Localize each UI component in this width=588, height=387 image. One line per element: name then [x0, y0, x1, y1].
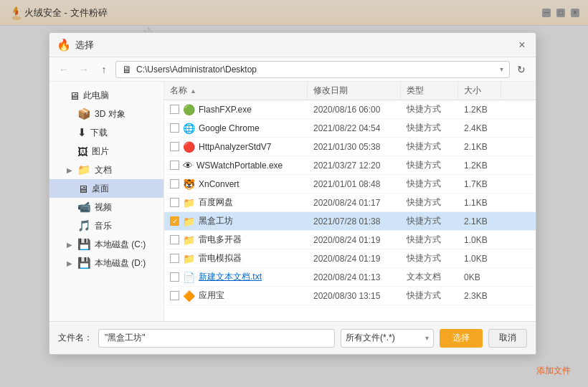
tree-label-dl: 下载: [90, 127, 108, 139]
txt-icon: 📄: [183, 272, 195, 283]
wswatch-icon: 👁: [183, 160, 193, 171]
file-check-wswatch[interactable]: [170, 161, 179, 170]
tree-label-computer: 此电脑: [83, 90, 109, 102]
tree-label-c: 本地磁盘 (C:): [95, 239, 146, 251]
tree-item-computer[interactable]: 🖥 此电脑: [49, 86, 163, 105]
tree-label-mus: 音乐: [95, 220, 112, 232]
file-check-flashfxp[interactable]: [170, 105, 179, 114]
address-bar[interactable]: 🖥 C:\Users\Administrator\Desktop ▾: [115, 61, 510, 78]
file-row[interactable]: 📁雷电多开器 2020/08/24 01:19 快捷方式 1.0KB: [164, 231, 536, 249]
tree-label-pic: 图片: [92, 145, 109, 158]
dialog-bottom-bar: 文件名： 所有文件(*.*) ▾ 选择 取消: [49, 321, 536, 354]
filetype-dropdown-icon: ▾: [425, 334, 429, 342]
file-select-dialog: 🔥 选择 × ← → ↑ 🖥 C:\Users\Administrator\De…: [49, 32, 536, 355]
xnconvert-icon: 🐯: [183, 178, 195, 190]
tree-item-music[interactable]: 🎵 音乐: [49, 216, 163, 235]
tree-icon-pic: 🖼: [77, 145, 88, 158]
flashfxp-icon: 🟢: [183, 104, 195, 115]
tree-icon-c: 💾: [77, 238, 91, 251]
filetype-text: 所有文件(*.*): [346, 332, 395, 344]
tree-item-videos[interactable]: 📹 视频: [49, 198, 163, 216]
sort-asc-icon: ▲: [190, 87, 196, 95]
file-row[interactable]: 🟢FlashFXP.exe 2020/08/16 06:00 快捷方式 1.2K…: [164, 100, 536, 119]
dialog-title: 选择: [75, 39, 94, 52]
tree-icon-desk: 🖥: [77, 183, 88, 195]
select-button[interactable]: 选择: [440, 329, 483, 348]
yingyongbao-icon: 🔶: [183, 290, 195, 302]
heihegongfang-icon: 📁: [183, 216, 195, 227]
file-check-chrome[interactable]: [170, 123, 179, 133]
file-row[interactable]: 🔶应用宝 2020/08/30 13:15 快捷方式 2.3KB: [164, 287, 536, 305]
file-check-heihegongfang[interactable]: ✓: [170, 216, 179, 226]
address-dropdown-icon[interactable]: ▾: [500, 65, 503, 73]
dialog-toolbar: ← → ↑ 🖥 C:\Users\Administrator\Desktop ▾…: [49, 57, 536, 82]
tree-label-vid: 视频: [95, 201, 112, 214]
file-check-yingyongbao[interactable]: [170, 291, 179, 300]
file-check-baidu[interactable]: [170, 198, 179, 207]
forward-button[interactable]: →: [75, 61, 93, 78]
file-row-selected[interactable]: ✓📁黑盒工坊 2021/07/28 01:38 快捷方式 2.1KB: [164, 212, 536, 231]
tree-panel: 🖥 此电脑 📦 3D 对象 ⬇ 下载 🖼 图片 ▶ 📁 文档: [49, 82, 164, 321]
file-row[interactable]: 👁WSWatchPortable.exe 2021/03/27 12:20 快捷…: [164, 156, 536, 175]
add-file-link[interactable]: 添加文件: [536, 365, 571, 377]
chrome-icon: 🌐: [183, 123, 195, 134]
dialog-close-button[interactable]: ×: [516, 39, 528, 52]
dialog-titlebar: 🔥 选择 ×: [49, 33, 536, 57]
refresh-button[interactable]: ↻: [513, 61, 530, 78]
tree-label-3d: 3D 对象: [95, 108, 125, 120]
tree-icon-d: 💾: [77, 257, 91, 269]
tree-icon-docs: 📁: [77, 163, 91, 176]
file-row[interactable]: 🌐Google Chrome 2021/08/22 04:54 快捷方式 2.4…: [164, 119, 536, 138]
httpanalyzer-icon: 🔴: [183, 141, 195, 153]
filetype-select[interactable]: 所有文件(*.*) ▾: [341, 329, 434, 348]
tree-expand-c: ▶: [67, 241, 74, 249]
col-header-name[interactable]: 名称 ▲: [164, 82, 308, 100]
cancel-button[interactable]: 取消: [488, 329, 527, 348]
tree-icon-vid: 📹: [77, 201, 91, 214]
filename-input[interactable]: [98, 329, 335, 348]
tree-expand-docs: ▶: [67, 166, 74, 174]
tree-label-docs: 文档: [95, 164, 112, 176]
leidian1-icon: 📁: [183, 234, 195, 246]
tree-item-desktop[interactable]: 🖥 桌面: [49, 179, 163, 198]
col-header-date[interactable]: 修改日期: [308, 82, 401, 100]
tree-icon-3d: 📦: [77, 108, 91, 120]
back-button[interactable]: ←: [55, 61, 72, 78]
col-header-type[interactable]: 类型: [401, 82, 458, 100]
file-row[interactable]: 🔴HttpAnalyzerStdV7 2021/01/30 05:38 快捷方式…: [164, 138, 536, 156]
tree-item-drive-d[interactable]: ▶ 💾 本地磁盘 (D:): [49, 254, 163, 272]
filename-label: 文件名：: [58, 332, 93, 344]
tree-icon-dl: ⬇: [77, 126, 87, 139]
dialog-flame-icon: 🔥: [57, 38, 71, 52]
file-check-xnconvert[interactable]: [170, 179, 179, 188]
tree-item-docs[interactable]: ▶ 📁 文档: [49, 161, 163, 179]
baidu-icon: 📁: [183, 197, 195, 209]
tree-expand-d: ▶: [67, 259, 74, 267]
tree-icon-mus: 🎵: [77, 219, 91, 232]
file-panel: 名称 ▲ 修改日期 类型 大小 🟢FlashFXP.exe 2020/08/16…: [164, 82, 536, 321]
file-check-leidian1[interactable]: [170, 235, 179, 244]
file-row[interactable]: 🐯XnConvert 2021/01/01 08:48 快捷方式 1.7KB: [164, 175, 536, 194]
file-row[interactable]: 📁百度网盘 2020/08/24 01:17 快捷方式 1.1KB: [164, 194, 536, 212]
file-check-txt[interactable]: [170, 272, 179, 282]
tree-item-downloads[interactable]: ⬇ 下载: [49, 123, 163, 142]
tree-item-pictures[interactable]: 🖼 图片: [49, 142, 163, 161]
tree-label-d: 本地磁盘 (D:): [95, 257, 146, 269]
dialog-content: 🖥 此电脑 📦 3D 对象 ⬇ 下载 🖼 图片 ▶ 📁 文档: [49, 82, 536, 321]
tree-icon-computer: 🖥: [69, 90, 80, 102]
address-text: C:\Users\Administrator\Desktop: [136, 64, 495, 75]
tree-label-desk: 桌面: [92, 183, 109, 195]
up-button[interactable]: ↑: [95, 61, 113, 78]
file-list: 🟢FlashFXP.exe 2020/08/16 06:00 快捷方式 1.2K…: [164, 100, 536, 321]
tree-item-drive-c[interactable]: ▶ 💾 本地磁盘 (C:): [49, 235, 163, 254]
leidian2-icon: 📁: [183, 253, 195, 264]
file-check-http[interactable]: [170, 142, 179, 151]
file-row[interactable]: 📄新建文本文档.txt 2020/08/24 01:13 文本文档 0KB: [164, 268, 536, 287]
file-row[interactable]: 📁雷电模拟器 2020/08/24 01:19 快捷方式 1.0KB: [164, 249, 536, 268]
col-header-size[interactable]: 大小: [458, 82, 501, 100]
tree-item-3dobjects[interactable]: 📦 3D 对象: [49, 105, 163, 123]
file-list-header: 名称 ▲ 修改日期 类型 大小: [164, 82, 536, 100]
file-check-leidian2[interactable]: [170, 254, 179, 263]
address-icon: 🖥: [122, 64, 132, 75]
